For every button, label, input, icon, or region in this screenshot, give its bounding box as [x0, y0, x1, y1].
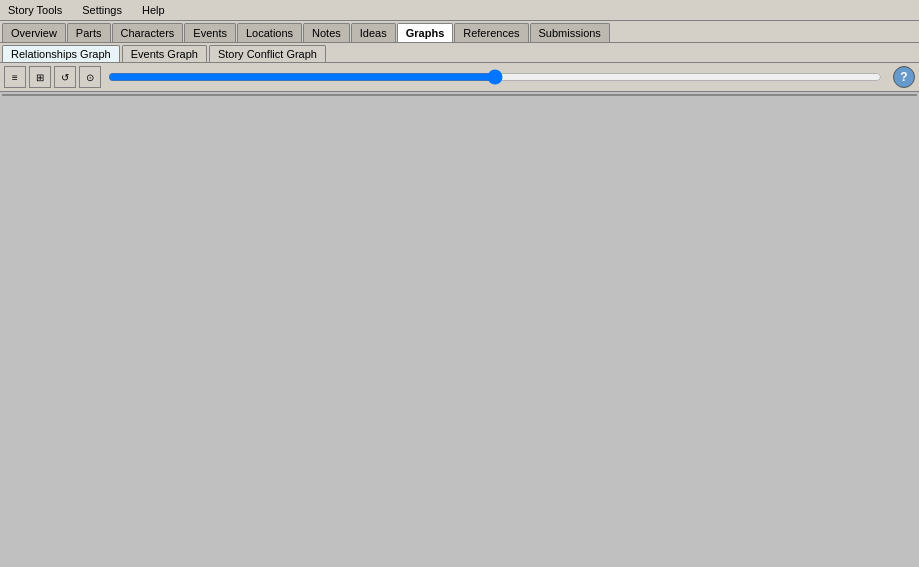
graph-toolbar: ≡ ⊞ ↺ ⊙ ?: [0, 63, 919, 92]
tab-submissions[interactable]: Submissions: [530, 23, 610, 42]
tab-relationships-graph[interactable]: Relationships Graph: [2, 45, 120, 62]
tab-story-conflict-graph[interactable]: Story Conflict Graph: [209, 45, 326, 62]
tab-characters[interactable]: Characters: [112, 23, 184, 42]
menu-help[interactable]: Help: [138, 2, 169, 18]
tab-locations[interactable]: Locations: [237, 23, 302, 42]
toolbar-btn-4[interactable]: ⊙: [79, 66, 101, 88]
menu-bar: Story Tools Settings Help: [0, 0, 919, 21]
help-button[interactable]: ?: [893, 66, 915, 88]
graph-tab-bar: Relationships Graph Events Graph Story C…: [0, 43, 919, 63]
tab-ideas[interactable]: Ideas: [351, 23, 396, 42]
tab-graphs[interactable]: Graphs: [397, 23, 454, 42]
tab-references[interactable]: References: [454, 23, 528, 42]
menu-story-tools[interactable]: Story Tools: [4, 2, 66, 18]
tab-events[interactable]: Events: [184, 23, 236, 42]
zoom-slider[interactable]: [108, 69, 882, 85]
toolbar-btn-2[interactable]: ⊞: [29, 66, 51, 88]
toolbar-btn-3[interactable]: ↺: [54, 66, 76, 88]
graph-area: Relationships for Christa Devlin: [2, 94, 917, 96]
tab-overview[interactable]: Overview: [2, 23, 66, 42]
main-tab-bar: Overview Parts Characters Events Locatio…: [0, 21, 919, 43]
tab-events-graph[interactable]: Events Graph: [122, 45, 207, 62]
menu-settings[interactable]: Settings: [78, 2, 126, 18]
toolbar-btn-1[interactable]: ≡: [4, 66, 26, 88]
tab-parts[interactable]: Parts: [67, 23, 111, 42]
tab-notes[interactable]: Notes: [303, 23, 350, 42]
